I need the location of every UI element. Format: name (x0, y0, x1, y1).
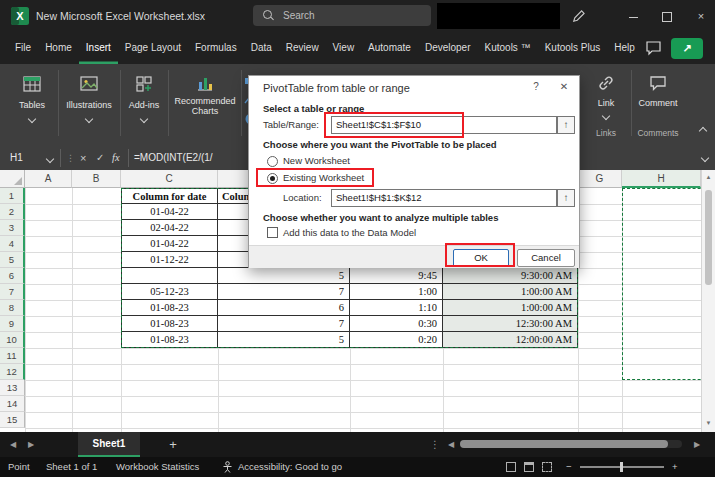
column-header-h[interactable]: H (622, 170, 701, 188)
row-header-9[interactable]: 9 (0, 316, 25, 332)
addins-button[interactable]: Add-ins (123, 68, 165, 142)
tables-button[interactable]: Tables (8, 68, 56, 142)
cell-C10[interactable]: 01-08-23 (121, 332, 218, 348)
ribbon-tab-view[interactable]: View (326, 32, 362, 64)
cell-C2[interactable]: 01-04-22 (121, 204, 218, 220)
name-box-chevron-icon[interactable] (46, 155, 54, 163)
ribbon-tab-review[interactable]: Review (279, 32, 326, 64)
row-header-10[interactable]: 10 (0, 332, 25, 348)
cell-C7[interactable]: 05-12-23 (121, 284, 218, 300)
cancel-entry-icon[interactable]: × (80, 146, 86, 170)
hscroll-right-icon[interactable]: ▶ (688, 432, 706, 457)
dialog-help-icon[interactable]: ? (529, 81, 543, 92)
row-header-2[interactable]: 2 (0, 204, 25, 220)
horizontal-scrollbar[interactable] (460, 440, 682, 448)
cell-E9[interactable]: 0:30 (350, 316, 443, 332)
cell-C9[interactable]: 01-08-23 (121, 316, 218, 332)
ok-button[interactable]: OK (453, 249, 509, 267)
radio-new-worksheet-label[interactable]: New Worksheet (283, 155, 350, 166)
cell-F7[interactable]: 1:00:00 AM (443, 284, 578, 300)
view-page-layout-icon[interactable] (524, 462, 534, 472)
row-header-12[interactable]: 12 (0, 364, 25, 380)
illustrations-button[interactable]: Illustrations (61, 68, 117, 142)
ribbon-tab-kutools-plus[interactable]: Kutools Plus (538, 32, 608, 64)
zoom-out-button[interactable]: − (566, 457, 572, 477)
radio-new-worksheet[interactable] (267, 156, 278, 167)
name-box[interactable]: H1 (10, 146, 23, 170)
collapse-ribbon-icon[interactable] (699, 127, 707, 135)
ribbon-tab-data[interactable]: Data (244, 32, 279, 64)
cell-E10[interactable]: 0:20 (350, 332, 443, 348)
cell-E6[interactable]: 9:45 (350, 268, 443, 284)
ribbon-tab-home[interactable]: Home (38, 32, 79, 64)
dialog-close-icon[interactable]: ✕ (557, 81, 571, 92)
row-header-13[interactable]: 13 (0, 380, 25, 396)
ribbon-tab-insert[interactable]: Insert (79, 32, 118, 64)
cell-C1[interactable]: Column for date (121, 188, 218, 204)
hscroll-left-icon[interactable]: ◀ (442, 432, 460, 457)
sheet-tab-sheet1[interactable]: Sheet1 (78, 432, 140, 457)
select-all-corner[interactable] (0, 170, 25, 188)
share-button[interactable]: ↗ (671, 38, 703, 59)
drag-handle-icon[interactable]: ⋮ (66, 146, 75, 170)
view-page-break-icon[interactable] (542, 462, 552, 472)
recommended-charts-button[interactable]: Recommended Charts (171, 68, 239, 142)
insert-function-icon[interactable]: fx (112, 146, 120, 170)
zoom-slider-thumb[interactable] (620, 462, 623, 472)
expand-formula-bar-icon[interactable] (701, 154, 709, 162)
checkbox-data-model-label[interactable]: Add this data to the Data Model (283, 227, 416, 238)
ribbon-tab-kutools-[interactable]: Kutools ™ (478, 32, 538, 64)
formula-input[interactable]: =MOD(INT(E2/(1/ (134, 146, 213, 170)
minimize-button[interactable] (618, 0, 648, 32)
cell-D7[interactable]: 7 (218, 284, 350, 300)
ribbon-tab-help[interactable]: Help (607, 32, 642, 64)
ribbon-tab-automate[interactable]: Automate (361, 32, 418, 64)
close-button[interactable]: × (686, 0, 715, 32)
row-header-14[interactable]: 14 (0, 396, 25, 412)
column-header-a[interactable]: A (25, 170, 72, 188)
range-picker-icon[interactable]: ↑ (557, 189, 575, 207)
workbook-statistics-button[interactable]: Workbook Statistics (116, 457, 199, 477)
comments-icon[interactable] (643, 38, 665, 58)
row-header-5[interactable]: 5 (0, 252, 25, 268)
row-header-4[interactable]: 4 (0, 236, 25, 252)
search-box[interactable]: Search (253, 5, 431, 26)
radio-existing-worksheet-label[interactable]: Existing Worksheet (283, 172, 364, 183)
view-normal-icon[interactable] (506, 462, 516, 472)
row-header-6[interactable]: 6 (0, 268, 25, 284)
column-header-c[interactable]: C (121, 170, 218, 188)
status-accessibility[interactable]: Accessibility: Good to go (238, 457, 342, 477)
cell-E8[interactable]: 1:10 (350, 300, 443, 316)
cell-F6[interactable]: 9:30:00 AM (443, 268, 578, 284)
ribbon-tab-developer[interactable]: Developer (418, 32, 478, 64)
zoom-slider[interactable] (580, 466, 664, 468)
ribbon-tab-formulas[interactable]: Formulas (188, 32, 244, 64)
zoom-in-button[interactable]: + (672, 457, 678, 477)
cell-C8[interactable]: 01-08-23 (121, 300, 218, 316)
next-sheet-icon[interactable]: ▶ (22, 432, 40, 457)
cell-F9[interactable]: 12:30:00 AM (443, 316, 578, 332)
cell-F10[interactable]: 12:00:00 AM (443, 332, 578, 348)
restore-button[interactable] (652, 0, 682, 32)
cell-D10[interactable]: 5 (218, 332, 350, 348)
cell-C4[interactable]: 01-04-22 (121, 236, 218, 252)
cell-F8[interactable]: 1:00:00 AM (443, 300, 578, 316)
checkbox-data-model[interactable] (267, 227, 278, 238)
row-header-15[interactable]: 15 (0, 412, 25, 428)
row-header-1[interactable]: 1 (0, 188, 25, 204)
row-header-8[interactable]: 8 (0, 300, 25, 316)
range-picker-icon[interactable]: ↑ (557, 116, 575, 134)
row-header-7[interactable]: 7 (0, 284, 25, 300)
cell-D6[interactable]: 5 (218, 268, 350, 284)
location-input[interactable]: Sheet1!$H$1:$K$12 (331, 189, 557, 207)
ribbon-tab-file[interactable]: File (8, 32, 38, 64)
enter-entry-icon[interactable]: ✓ (96, 146, 104, 170)
horizontal-scroll-thumb[interactable] (460, 440, 668, 448)
cell-D8[interactable]: 6 (218, 300, 350, 316)
prev-sheet-icon[interactable]: ◀ (4, 432, 22, 457)
cell-C5[interactable]: 01-12-22 (121, 252, 218, 268)
table-range-input[interactable]: Sheet1!$C$1:$F$10 (331, 116, 557, 134)
cell-C3[interactable]: 02-04-22 (121, 220, 218, 236)
radio-existing-worksheet[interactable] (267, 173, 278, 184)
row-header-11[interactable]: 11 (0, 348, 25, 364)
